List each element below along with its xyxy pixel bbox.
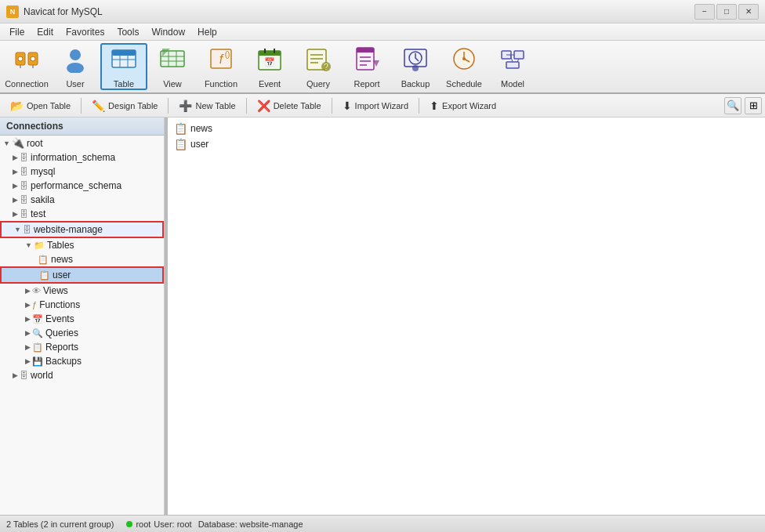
schedule-icon	[450, 45, 478, 77]
event-label: Event	[259, 79, 281, 89]
toolbar-query[interactable]: ? Query	[295, 43, 342, 90]
separator-2	[168, 98, 169, 114]
toolbar-table[interactable]: Table	[100, 43, 147, 90]
tree-events-folder[interactable]: ▶ 📅 Events	[0, 312, 164, 326]
svg-rect-9	[112, 50, 136, 56]
menu-help[interactable]: Help	[191, 25, 223, 39]
design-table-button[interactable]: ✏️ Design Table	[85, 96, 165, 115]
tables-folder-label: Tables	[47, 240, 74, 251]
svg-rect-33	[357, 48, 374, 52]
perf-schema-icon: 🗄	[20, 181, 28, 190]
status-user: root	[136, 519, 150, 529]
toolbar-event[interactable]: 📅 Event	[246, 43, 293, 90]
menu-tools[interactable]: Tools	[111, 25, 145, 39]
toolbar-user[interactable]: User	[52, 43, 99, 90]
query-label: Query	[306, 79, 330, 89]
tree-root[interactable]: ▼ 🔌 root	[0, 136, 164, 150]
status-bar: 2 Tables (2 in current group) root User:…	[0, 515, 765, 532]
main-toolbar: Connection User Table	[0, 41, 765, 94]
content-user-icon: 📋	[174, 138, 187, 150]
main-content: Connections ▼ 🔌 root ▶ 🗄 information_sch…	[0, 118, 765, 515]
new-table-button[interactable]: ➕ New Table	[172, 96, 242, 115]
report-icon	[353, 45, 381, 77]
tree-news-table[interactable]: 📋 news	[0, 252, 164, 266]
tree-test[interactable]: ▶ 🗄 test	[0, 207, 164, 221]
view-label: View	[163, 79, 182, 89]
mysql-toggle: ▶	[13, 168, 18, 176]
separator-4	[332, 98, 332, 114]
tree-views-folder[interactable]: ▶ 👁 Views	[0, 284, 164, 298]
tree-reports-folder[interactable]: ▶ 📋 Reports	[0, 340, 164, 354]
menu-file[interactable]: File	[3, 25, 31, 39]
tree-information-schema[interactable]: ▶ 🗄 information_schema	[0, 150, 164, 165]
functions-label: Functions	[39, 299, 80, 310]
tree-sakila[interactable]: ▶ 🗄 sakila	[0, 193, 164, 207]
tree-queries-folder[interactable]: ▶ 🔍 Queries	[0, 326, 164, 340]
info-schema-label: information_schema	[31, 152, 115, 163]
tree-world[interactable]: ▶ 🗄 world	[0, 368, 164, 382]
report-label: Report	[353, 79, 379, 89]
root-db-icon: 🔌	[12, 137, 24, 149]
tree-performance-schema[interactable]: ▶ 🗄 performance_schema	[0, 179, 164, 193]
toolbar-schedule[interactable]: Schedule	[441, 43, 488, 90]
status-user-label: User: root	[154, 519, 191, 529]
website-manage-label: website-manage	[34, 224, 103, 235]
menu-window[interactable]: Window	[145, 25, 191, 39]
info-schema-toggle: ▶	[13, 154, 18, 161]
functions-toggle: ▶	[25, 301, 31, 309]
world-label: world	[31, 370, 53, 381]
delete-table-button[interactable]: ❌ Delete Table	[250, 96, 328, 115]
svg-text:?: ?	[324, 63, 328, 71]
design-table-label: Design Table	[108, 101, 158, 110]
world-toggle: ▶	[13, 371, 18, 379]
test-icon: 🗄	[20, 209, 28, 219]
search-button[interactable]: 🔍	[724, 97, 741, 114]
maximize-button[interactable]: □	[716, 4, 737, 20]
events-icon: 📅	[32, 314, 43, 324]
menu-favorites[interactable]: Favorites	[60, 25, 111, 39]
toolbar-model[interactable]: Model	[489, 43, 536, 90]
close-button[interactable]: ✕	[738, 4, 759, 20]
svg-point-3	[31, 56, 35, 61]
tree-mysql[interactable]: ▶ 🗄 mysql	[0, 165, 164, 179]
tree-tables-folder[interactable]: ▼ 📁 Tables	[0, 238, 164, 252]
separator-5	[419, 98, 419, 114]
status-connection: root User: root Database: website-manage	[126, 519, 303, 529]
toolbar-connection[interactable]: Connection	[3, 43, 50, 90]
minimize-button[interactable]: −	[694, 4, 715, 20]
toolbar-view[interactable]: View	[149, 43, 196, 90]
toolbar-backup[interactable]: Backup	[392, 43, 439, 90]
svg-text:📅: 📅	[264, 56, 275, 67]
mysql-label: mysql	[31, 166, 55, 177]
open-table-button[interactable]: 📂 Open Table	[3, 96, 78, 115]
connection-label: Connection	[5, 79, 49, 89]
sakila-label: sakila	[31, 194, 55, 205]
svg-point-2	[18, 56, 23, 61]
grid-view-button[interactable]: ⊞	[745, 97, 762, 114]
export-wizard-button[interactable]: ⬆ Export Wizard	[422, 96, 503, 115]
user-table-icon: 📋	[39, 270, 50, 280]
toolbar-report[interactable]: Report	[343, 43, 390, 90]
tree-backups-folder[interactable]: ▶ 💾 Backups	[0, 354, 164, 368]
sakila-icon: 🗄	[20, 195, 28, 204]
model-icon	[499, 45, 527, 77]
perf-schema-label: performance_schema	[31, 180, 121, 191]
content-user[interactable]: 📋 user	[171, 136, 762, 152]
queries-toggle: ▶	[25, 329, 31, 337]
function-icon: f ()	[207, 45, 235, 77]
tree-website-manage[interactable]: ▼ 🗄 website-manage	[0, 221, 164, 238]
view-icon	[158, 45, 187, 77]
import-wizard-button[interactable]: ⬇ Import Wizard	[335, 96, 415, 115]
connections-header: Connections	[0, 118, 164, 136]
status-database: Database: website-manage	[198, 519, 303, 529]
title-bar-controls: − □ ✕	[694, 4, 759, 20]
tree-user-table[interactable]: 📋 user	[0, 266, 164, 284]
toolbar-function[interactable]: f () Function	[198, 43, 245, 90]
new-table-icon: ➕	[179, 100, 192, 112]
reports-label: Reports	[45, 342, 78, 353]
menu-edit[interactable]: Edit	[31, 25, 60, 39]
perf-schema-toggle: ▶	[13, 182, 18, 190]
status-table-count: 2 Tables (2 in current group)	[6, 519, 114, 529]
content-news[interactable]: 📋 news	[171, 121, 762, 136]
tree-functions-folder[interactable]: ▶ ƒ Functions	[0, 298, 164, 312]
